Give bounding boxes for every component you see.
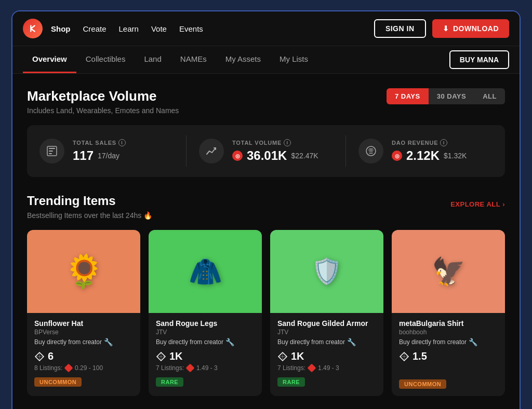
stat-divider-2 bbox=[345, 135, 346, 167]
item-name: Sunflower Hat bbox=[34, 319, 133, 328]
item-listings: 7 Listings: 1.49 - 3 bbox=[156, 364, 255, 372]
item-name: Sand Rogue Legs bbox=[156, 319, 255, 328]
trending-subtitle: Bestselling Items over the last 24hs 🔥 bbox=[27, 211, 505, 220]
header: Shop Create Learn Vote Events SIGN IN ⬇ … bbox=[12, 11, 520, 46]
stat-dao-revenue: DAO REVENUE i ◎ 2.12K $1.32K bbox=[358, 139, 493, 163]
dao-revenue-content: DAO REVENUE i ◎ 2.12K $1.32K bbox=[392, 139, 467, 163]
diamond-price-icon bbox=[399, 351, 409, 362]
item-price: 1.5 bbox=[399, 350, 498, 362]
volume-section: Marketplace Volume Includes Land, Wearab… bbox=[27, 88, 505, 177]
download-icon: ⬇ bbox=[443, 24, 449, 33]
period-30days[interactable]: 30 DAYS bbox=[429, 88, 475, 104]
item-price: 1K bbox=[156, 350, 255, 362]
dao-revenue-info-icon[interactable]: i bbox=[440, 139, 447, 146]
diamond-price-icon bbox=[156, 351, 166, 362]
app-container: Shop Create Learn Vote Events SIGN IN ⬇ … bbox=[11, 10, 521, 409]
sub-nav: Overview Collectibles Land NAMEs My Asse… bbox=[12, 46, 520, 74]
nav-create[interactable]: Create bbox=[83, 24, 107, 33]
item-buy-label: Buy directly from creator 🔧 bbox=[277, 338, 376, 346]
item-creator: JTV bbox=[277, 329, 376, 336]
mana-icon-dao: ◎ bbox=[392, 151, 402, 161]
item-info: Sand Rogue Legs JTV Buy directly from cr… bbox=[149, 313, 262, 394]
total-volume-label: TOTAL VOLUME i bbox=[232, 139, 318, 146]
explore-all-button[interactable]: EXPLORE ALL › bbox=[450, 200, 505, 208]
trending-item-0[interactable]: 🌻 Sunflower Hat BPVerse Buy directly fro… bbox=[27, 230, 140, 396]
item-info: Sunflower Hat BPVerse Buy directly from … bbox=[27, 313, 140, 394]
item-buy-label: Buy directly from creator 🔧 bbox=[399, 338, 498, 346]
stats-box: TOTAL SALES i 117 17/day bbox=[27, 125, 505, 177]
period-all[interactable]: ALL bbox=[474, 88, 505, 104]
item-rarity-badge: RARE bbox=[156, 377, 183, 387]
main-content: Marketplace Volume Includes Land, Wearab… bbox=[12, 74, 520, 409]
subnav-collectibles[interactable]: Collectibles bbox=[76, 46, 135, 73]
trending-title-group: Trending Items bbox=[27, 194, 116, 208]
trending-item-3[interactable]: 🦅 metaBulgaria Shirt boohbooh Buy direct… bbox=[392, 230, 505, 396]
total-sales-info-icon[interactable]: i bbox=[118, 139, 126, 146]
item-info: metaBulgaria Shirt boohbooh Buy directly… bbox=[392, 313, 505, 396]
items-grid: 🌻 Sunflower Hat BPVerse Buy directly fro… bbox=[27, 230, 505, 396]
download-button[interactable]: ⬇ DOWNLOAD bbox=[432, 19, 510, 38]
trending-header: Trending Items EXPLORE ALL › bbox=[27, 194, 505, 208]
total-sales-label: TOTAL SALES i bbox=[73, 139, 126, 146]
sub-nav-links: Overview Collectibles Land NAMEs My Asse… bbox=[23, 46, 449, 73]
item-listings: 7 Listings: 1.49 - 3 bbox=[277, 364, 376, 372]
total-volume-content: TOTAL VOLUME i ◎ 36.01K $22.47K bbox=[232, 139, 318, 163]
item-rarity-badge: UNCOMMON bbox=[399, 379, 446, 389]
nav-events[interactable]: Events bbox=[179, 24, 203, 33]
volume-title: Marketplace Volume bbox=[27, 88, 179, 104]
dao-revenue-label: DAO REVENUE i bbox=[392, 139, 467, 146]
item-rarity-badge: RARE bbox=[277, 377, 305, 387]
item-info: Sand Rogue Gilded Armor JTV Buy directly… bbox=[270, 313, 383, 394]
total-volume-value: ◎ 36.01K $22.47K bbox=[232, 148, 318, 163]
header-actions: SIGN IN ⬇ DOWNLOAD bbox=[374, 19, 509, 38]
volume-title-group: Marketplace Volume Includes Land, Wearab… bbox=[27, 88, 179, 115]
item-image: 🛡️ bbox=[270, 230, 383, 313]
subnav-overview[interactable]: Overview bbox=[23, 46, 76, 73]
trending-item-1[interactable]: 🧥 Sand Rogue Legs JTV Buy directly from … bbox=[149, 230, 262, 396]
nav-shop[interactable]: Shop bbox=[51, 24, 71, 33]
item-buy-label: Buy directly from creator 🔧 bbox=[34, 338, 133, 346]
item-price: 6 bbox=[34, 350, 133, 362]
nav-links: Shop Create Learn Vote Events bbox=[51, 24, 374, 33]
item-image: 🦅 bbox=[392, 230, 505, 313]
total-volume-icon bbox=[199, 139, 224, 163]
stat-total-volume: TOTAL VOLUME i ◎ 36.01K $22.47K bbox=[199, 139, 333, 163]
stat-total-sales: TOTAL SALES i 117 17/day bbox=[39, 139, 174, 163]
diamond-price-icon bbox=[277, 351, 288, 362]
trending-section: Trending Items EXPLORE ALL › Bestselling… bbox=[27, 194, 505, 396]
logo[interactable] bbox=[23, 19, 43, 38]
buy-mana-button[interactable]: BUY MANA bbox=[449, 50, 509, 69]
item-name: metaBulgaria Shirt bbox=[399, 319, 498, 328]
item-creator: JTV bbox=[156, 329, 255, 336]
stat-divider-1 bbox=[186, 135, 187, 167]
svg-point-0 bbox=[28, 24, 37, 33]
signin-button[interactable]: SIGN IN bbox=[374, 19, 426, 38]
total-sales-content: TOTAL SALES i 117 17/day bbox=[73, 139, 126, 163]
total-sales-icon bbox=[39, 139, 64, 163]
volume-header: Marketplace Volume Includes Land, Wearab… bbox=[27, 88, 505, 115]
volume-subtitle: Includes Land, Wearables, Emotes and Nam… bbox=[27, 106, 179, 115]
item-creator: BPVerse bbox=[34, 329, 133, 336]
period-7days[interactable]: 7 DAYS bbox=[387, 88, 429, 104]
nav-vote[interactable]: Vote bbox=[151, 24, 167, 33]
item-image: 🧥 bbox=[149, 230, 262, 313]
total-volume-info-icon[interactable]: i bbox=[284, 139, 291, 146]
item-creator: boohbooh bbox=[399, 329, 498, 336]
subnav-my-lists[interactable]: My Lists bbox=[270, 46, 317, 73]
trending-item-2[interactable]: 🛡️ Sand Rogue Gilded Armor JTV Buy direc… bbox=[270, 230, 383, 396]
nav-learn[interactable]: Learn bbox=[119, 24, 139, 33]
subnav-names[interactable]: NAMEs bbox=[171, 46, 216, 73]
subnav-land[interactable]: Land bbox=[135, 46, 170, 73]
item-buy-label: Buy directly from creator 🔧 bbox=[156, 338, 255, 346]
dao-revenue-icon bbox=[358, 139, 383, 163]
explore-all-arrow-icon: › bbox=[502, 200, 505, 208]
item-rarity-badge: UNCOMMON bbox=[34, 377, 82, 387]
diamond-price-icon bbox=[34, 351, 45, 362]
trending-title: Trending Items bbox=[27, 194, 116, 208]
item-price: 1K bbox=[277, 350, 376, 362]
item-name: Sand Rogue Gilded Armor bbox=[277, 319, 376, 328]
mana-icon-volume: ◎ bbox=[232, 151, 243, 161]
item-image: 🌻 bbox=[27, 230, 140, 313]
dao-revenue-value: ◎ 2.12K $1.32K bbox=[392, 148, 467, 163]
subnav-my-assets[interactable]: My Assets bbox=[216, 46, 270, 73]
